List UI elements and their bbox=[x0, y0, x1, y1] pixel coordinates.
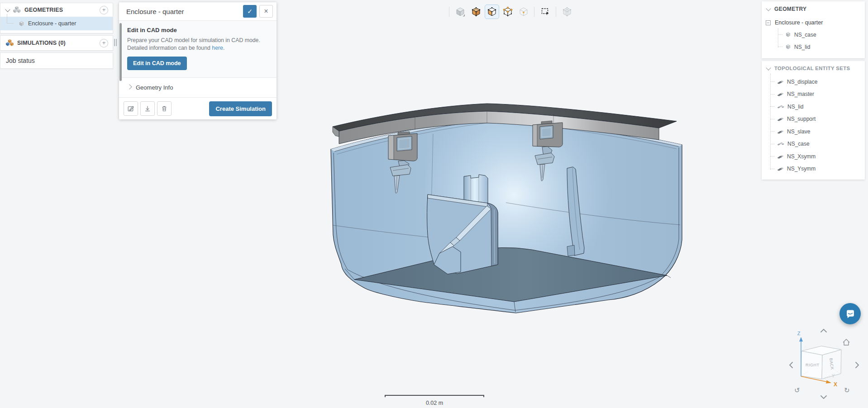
edit-cad-description: Prepare your CAD model for simulation in… bbox=[127, 37, 269, 52]
chevron-right-icon bbox=[127, 84, 132, 89]
z-axis-label: Z bbox=[797, 331, 801, 336]
face-set-icon bbox=[777, 166, 784, 171]
set-item-ns-support[interactable]: NS_support bbox=[766, 113, 865, 126]
detail-panel-footer: Create Simulation bbox=[119, 97, 277, 119]
geometry-detail-panel: Enclosure - quarter ✓ × Edit in CAD mode… bbox=[119, 2, 277, 119]
cube-face-front-label[interactable]: RIGHT bbox=[806, 363, 820, 367]
selection-toolbar bbox=[446, 5, 575, 19]
tree-item-ns-case[interactable]: NS_case bbox=[772, 28, 865, 41]
geometries-icon bbox=[13, 6, 21, 14]
select-face-tool-button[interactable] bbox=[485, 5, 499, 19]
view-navigation-widget[interactable]: RIGHT BACK Z X Y ↺ ↻ bbox=[781, 322, 864, 406]
select-edge-icon bbox=[518, 6, 529, 17]
select-volume-tool-button[interactable] bbox=[469, 5, 483, 19]
solid-cube-icon bbox=[785, 44, 791, 50]
viewport-3d-model[interactable] bbox=[317, 88, 697, 323]
toolbar-separator bbox=[449, 7, 449, 17]
chevron-down-icon bbox=[766, 6, 771, 11]
panel-title[interactable]: Enclosure - quarter bbox=[126, 8, 240, 15]
home-view-button[interactable] bbox=[843, 339, 849, 345]
geometries-card: GEOMETRIES + Enclosure - quarter bbox=[0, 3, 113, 33]
detail-panel-header: Enclosure - quarter ✓ × bbox=[119, 2, 277, 20]
select-assembly-icon bbox=[562, 6, 572, 17]
support-chat-button[interactable] bbox=[839, 303, 861, 324]
set-item-ns-slave[interactable]: NS_slave bbox=[766, 125, 865, 138]
edit-cad-section: Edit in CAD mode Prepare your CAD model … bbox=[119, 20, 277, 77]
download-icon bbox=[144, 105, 151, 112]
geometry-section-header[interactable]: GEOMETRY bbox=[762, 1, 865, 17]
face-set-icon bbox=[777, 116, 784, 122]
x-axis-label: X bbox=[834, 381, 837, 388]
collapse-icon[interactable]: − bbox=[766, 20, 771, 25]
topological-entity-sets-card: TOPOLOGICAL ENTITY SETS NS_displace NS_m… bbox=[762, 61, 865, 180]
sidebar-item-geometry-enclosure-quarter[interactable]: Enclosure - quarter bbox=[0, 17, 113, 30]
chat-bubble-icon bbox=[844, 308, 856, 320]
here-link[interactable]: here bbox=[212, 45, 223, 51]
sidebar-item-geometries[interactable]: GEOMETRIES + bbox=[0, 3, 113, 17]
edit-in-cad-mode-button[interactable]: Edit in CAD mode bbox=[127, 57, 187, 70]
tree-root-enclosure-quarter[interactable]: − Enclosure - quarter bbox=[762, 17, 865, 28]
set-item-ns-master[interactable]: NS_master bbox=[766, 88, 865, 101]
select-vertex-tool-button[interactable] bbox=[501, 5, 515, 19]
face-set-icon bbox=[777, 129, 784, 134]
edit-cad-heading: Edit in CAD mode bbox=[127, 27, 269, 33]
confirm-button[interactable]: ✓ bbox=[243, 5, 257, 18]
set-item-ns-case[interactable]: NS_case bbox=[766, 138, 865, 151]
select-face-icon bbox=[486, 6, 497, 17]
trash-icon bbox=[161, 105, 168, 112]
create-simulation-button[interactable]: Create Simulation bbox=[209, 101, 272, 116]
geometry-info-toggle[interactable]: Geometry Info bbox=[119, 77, 277, 97]
face-set-icon bbox=[777, 154, 784, 159]
chevron-down-icon bbox=[766, 65, 771, 70]
sidebar-item-simulations[interactable]: SIMULATIONS (0) + bbox=[0, 36, 113, 50]
topo-section-header[interactable]: TOPOLOGICAL ENTITY SETS bbox=[762, 61, 865, 76]
job-status-card[interactable]: Job status bbox=[0, 52, 113, 69]
box-select-tool-button[interactable] bbox=[538, 5, 553, 19]
app-root: 0.02 m GEOMETRIES + Enclosure - quarter bbox=[0, 0, 868, 408]
rotate-up-button[interactable] bbox=[821, 329, 826, 332]
close-button[interactable]: × bbox=[259, 5, 273, 18]
rotate-right-button[interactable] bbox=[856, 362, 858, 368]
box-select-icon bbox=[540, 6, 551, 17]
chevron-down-icon bbox=[5, 7, 10, 12]
set-item-ns-displace[interactable]: NS_displace bbox=[766, 76, 865, 88]
set-item-ns-ysymm[interactable]: NS_Ysymm bbox=[766, 163, 865, 176]
face-set-icon bbox=[777, 79, 784, 85]
rename-button[interactable] bbox=[124, 101, 138, 116]
rotate-down-button[interactable] bbox=[821, 396, 826, 399]
orientation-cube[interactable]: RIGHT BACK bbox=[801, 346, 841, 379]
rotate-left-button[interactable] bbox=[790, 362, 792, 368]
set-item-ns-lid[interactable]: NS_lid bbox=[766, 100, 865, 113]
simulations-card: SIMULATIONS (0) + bbox=[0, 35, 113, 51]
set-item-ns-xsymm[interactable]: NS_Xsymm bbox=[766, 150, 865, 163]
face-set-icon bbox=[777, 91, 784, 97]
select-volume-icon bbox=[471, 6, 482, 17]
tree-elbow bbox=[7, 14, 14, 24]
add-simulation-button[interactable]: + bbox=[100, 39, 108, 47]
scale-bar-label: 0.02 m bbox=[385, 400, 484, 406]
rotate-cw-button[interactable]: ↻ bbox=[844, 386, 850, 394]
scale-bar bbox=[385, 395, 484, 397]
panel-scrollbar-thumb[interactable] bbox=[119, 23, 122, 81]
multi-face-icon bbox=[777, 141, 784, 147]
y-axis-label: Y bbox=[832, 374, 835, 379]
view-cube-tool-button[interactable] bbox=[453, 5, 467, 19]
simulations-icon bbox=[6, 39, 14, 47]
select-assembly-tool-button[interactable] bbox=[560, 5, 574, 19]
geometry-children: NS_case NS_lid bbox=[772, 28, 865, 53]
toolbar-separator bbox=[556, 7, 556, 17]
delete-button[interactable] bbox=[157, 101, 172, 116]
select-vertex-icon bbox=[502, 6, 513, 17]
select-edge-tool-button[interactable] bbox=[516, 5, 531, 19]
sidebar-resize-handle[interactable] bbox=[114, 39, 117, 46]
multi-face-icon bbox=[777, 104, 784, 109]
tree-item-ns-lid[interactable]: NS_lid bbox=[772, 41, 865, 53]
rotate-ccw-button[interactable]: ↺ bbox=[794, 386, 800, 394]
add-geometry-button[interactable]: + bbox=[100, 6, 108, 14]
download-button[interactable] bbox=[140, 101, 155, 116]
topo-sets-list: NS_displace NS_master NS_lid NS_support … bbox=[766, 76, 865, 175]
geometry-item-label: Enclosure - quarter bbox=[28, 20, 76, 27]
geometries-label: GEOMETRIES bbox=[24, 7, 96, 13]
solid-cube-icon bbox=[785, 32, 791, 38]
scene-tree-panel: GEOMETRY − Enclosure - quarter NS_case bbox=[762, 1, 865, 180]
